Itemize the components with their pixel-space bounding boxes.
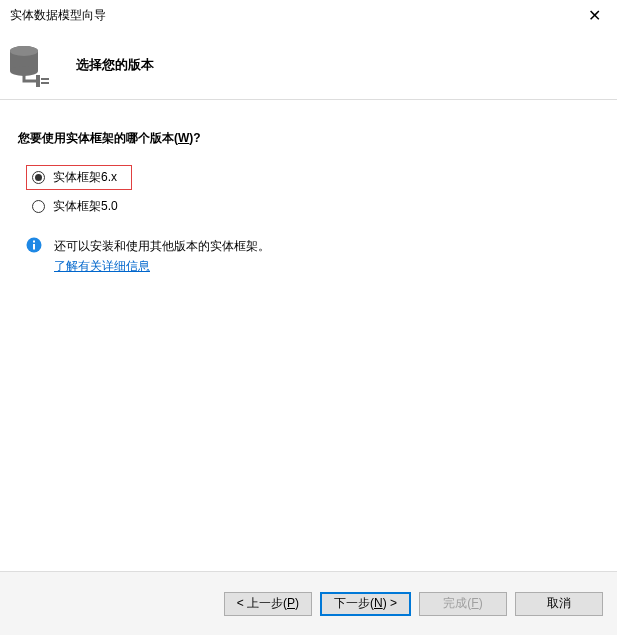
close-button[interactable]: ✕	[571, 0, 617, 30]
titlebar: 实体数据模型向导 ✕	[0, 0, 617, 30]
radio-ef5[interactable]: 实体框架5.0	[26, 194, 124, 219]
radio-icon	[32, 171, 45, 184]
radio-label: 实体框架6.x	[53, 169, 117, 186]
radio-ef6[interactable]: 实体框架6.x	[26, 165, 132, 190]
svg-rect-6	[41, 82, 49, 84]
cancel-button[interactable]: 取消	[515, 592, 603, 616]
info-text: 还可以安装和使用其他版本的实体框架。 了解有关详细信息	[54, 237, 270, 275]
version-prompt: 您要使用实体框架的哪个版本(W)?	[18, 130, 599, 147]
version-radio-group: 实体框架6.x 实体框架5.0	[18, 165, 599, 219]
next-button[interactable]: 下一步(N) >	[320, 592, 411, 616]
wizard-content: 您要使用实体框架的哪个版本(W)? 实体框架6.x 实体框架5.0 还可以安装和…	[0, 100, 617, 571]
radio-label: 实体框架5.0	[53, 198, 118, 215]
learn-more-link[interactable]: 了解有关详细信息	[54, 257, 150, 275]
wizard-header: 选择您的版本	[0, 30, 617, 100]
svg-rect-8	[33, 241, 35, 243]
database-icon	[8, 41, 56, 89]
svg-rect-5	[41, 78, 49, 80]
wizard-step-title: 选择您的版本	[76, 56, 154, 74]
svg-rect-9	[33, 244, 35, 250]
window-title: 实体数据模型向导	[10, 7, 106, 24]
info-message: 还可以安装和使用其他版本的实体框架。 了解有关详细信息	[18, 237, 599, 275]
finish-button: 完成(F)	[419, 592, 507, 616]
svg-point-3	[10, 46, 38, 56]
back-button[interactable]: < 上一步(P)	[224, 592, 312, 616]
info-icon	[26, 237, 42, 253]
svg-rect-4	[36, 75, 40, 87]
close-icon: ✕	[588, 6, 601, 25]
wizard-footer: < 上一步(P) 下一步(N) > 完成(F) 取消	[0, 571, 617, 635]
radio-icon	[32, 200, 45, 213]
